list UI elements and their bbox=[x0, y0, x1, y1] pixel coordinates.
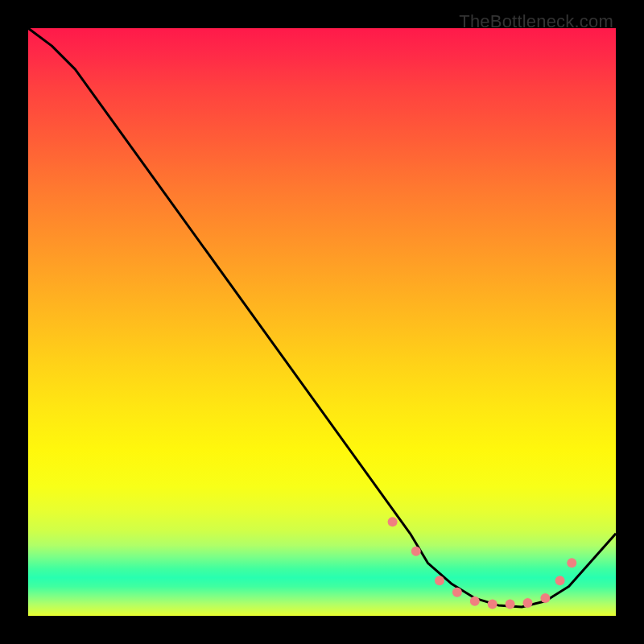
chart-plot-area bbox=[28, 28, 616, 616]
watermark-text: TheBottleneck.com bbox=[459, 11, 613, 32]
